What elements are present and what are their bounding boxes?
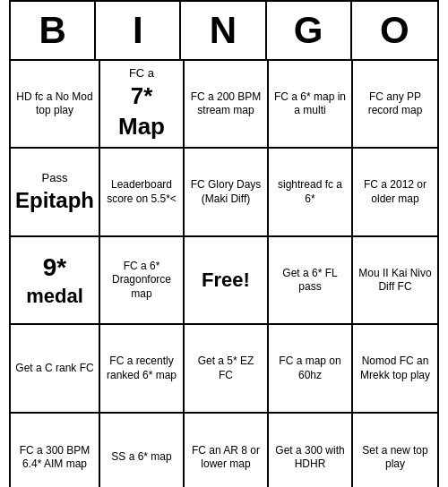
bingo-cell-r4c1: Get a C rank FC: [11, 325, 100, 413]
bingo-cell-r2c4: sightread fc a 6*: [269, 149, 353, 236]
bingo-cell-r2c5: FC a 2012 or older map: [353, 149, 437, 236]
bingo-cell-r1c2: FC a7* Map: [100, 61, 185, 149]
bingo-cell-r3c2: FC a 6* Dragonforce map: [100, 237, 185, 325]
bingo-cell-r1c1: HD fc a No Mod top play: [11, 61, 100, 149]
bingo-letter-i: I: [96, 2, 181, 59]
bingo-letter-o: O: [352, 2, 437, 59]
bingo-header: BINGO: [11, 2, 437, 61]
bingo-card: BINGO HD fc a No Mod top playFC a7* MapF…: [9, 0, 439, 487]
bingo-cell-r4c5: Nomod FC an Mrekk top play: [353, 325, 437, 413]
bingo-cell-r5c2: SS a 6* map: [100, 414, 185, 487]
bingo-cell-r2c3: FC Glory Days (Maki Diff): [185, 149, 269, 236]
bingo-cell-r4c3: Get a 5* EZ FC: [185, 325, 269, 413]
bingo-cell-r4c2: FC a recently ranked 6* map: [100, 325, 185, 413]
bingo-cell-r5c5: Set a new top play: [353, 414, 437, 487]
bingo-cell-r3c3: Free!: [185, 237, 269, 325]
bingo-cell-r5c3: FC an AR 8 or lower map: [185, 414, 269, 487]
bingo-cell-r2c1: PassEpitaph: [11, 149, 100, 236]
bingo-cell-r2c2: Leaderboard score on 5.5*<: [100, 149, 185, 236]
bingo-cell-r3c1: 9*medal: [11, 237, 100, 325]
bingo-cell-r1c5: FC any PP record map: [353, 61, 437, 149]
bingo-cell-r1c4: FC a 6* map in a multi: [269, 61, 353, 149]
bingo-letter-g: G: [267, 2, 352, 59]
bingo-letter-n: N: [181, 2, 266, 59]
bingo-cell-r5c1: FC a 300 BPM 6.4* AIM map: [11, 414, 100, 487]
bingo-cell-r4c4: FC a map on 60hz: [269, 325, 353, 413]
bingo-cell-r3c4: Get a 6* FL pass: [269, 237, 353, 325]
bingo-grid: HD fc a No Mod top playFC a7* MapFC a 20…: [11, 61, 437, 487]
bingo-cell-r5c4: Get a 300 with HDHR: [269, 414, 353, 487]
bingo-cell-r1c3: FC a 200 BPM stream map: [185, 61, 269, 149]
bingo-cell-r3c5: Mou II Kai Nivo Diff FC: [353, 237, 437, 325]
bingo-letter-b: B: [11, 2, 96, 59]
